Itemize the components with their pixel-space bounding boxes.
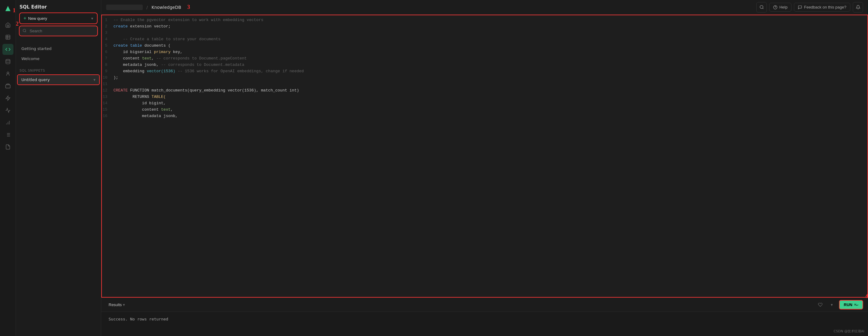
- line-content-13: RETURNS TABLE(: [114, 94, 863, 100]
- new-query-label: New query: [28, 16, 47, 21]
- line-num-7: 7: [101, 56, 114, 62]
- breadcrumb-pill: [106, 5, 143, 10]
- more-options-button[interactable]: ▾: [828, 300, 837, 309]
- line-num-1: 1: [101, 17, 114, 24]
- line-num-11: 11: [101, 81, 114, 88]
- code-line-2: 2 create extension vector;: [101, 24, 868, 30]
- code-line-11: 11: [101, 81, 868, 88]
- search-icon: [23, 29, 27, 34]
- line-num-8: 8: [101, 62, 114, 68]
- sidebar-icon-logs[interactable]: [2, 129, 13, 140]
- panel-title: SQL Editor: [20, 4, 46, 10]
- line-num-16: 16: [101, 113, 114, 120]
- search-container: 2: [20, 26, 97, 36]
- line-num-10: 10: [101, 75, 114, 81]
- svg-point-5: [6, 59, 10, 61]
- line-num-12: 12: [101, 88, 114, 94]
- red-label-3: 3: [187, 4, 190, 10]
- sidebar-icon-reports[interactable]: [2, 117, 13, 128]
- code-line-9: 9 embedding vector(1536) -- 1536 works f…: [101, 68, 868, 75]
- panel-header: SQL Editor: [16, 0, 101, 13]
- code-line-1: 1 -- Enable the pgvector extension to wo…: [101, 17, 868, 24]
- line-content-11: [114, 81, 863, 88]
- chevron-down-icon: ▾: [91, 16, 93, 21]
- welcome-item[interactable]: Welcome: [18, 54, 99, 63]
- search-button[interactable]: [756, 2, 767, 12]
- results-label: Results: [108, 302, 122, 307]
- red-label-2: 2: [16, 21, 19, 27]
- sidebar-icon-home[interactable]: [2, 20, 13, 30]
- sql-snippets-label: SQL snippets: [16, 64, 101, 74]
- line-content-8: metadata jsonb, -- corresponds to Docume…: [114, 62, 863, 68]
- code-line-14: 14 id bigint,: [101, 100, 868, 107]
- line-num-9: 9: [101, 68, 114, 75]
- line-content-14: id bigint,: [114, 100, 863, 107]
- sidebar-icon-realtime[interactable]: [2, 105, 13, 116]
- code-line-15: 15 content text,: [101, 107, 868, 113]
- results-button[interactable]: Results ▾: [106, 301, 127, 309]
- line-content-7: content text, -- corresponds to Document…: [114, 56, 863, 62]
- line-content-2: create extension vector;: [114, 24, 863, 30]
- line-content-10: );: [114, 75, 863, 81]
- line-num-2: 2: [101, 24, 114, 30]
- sidebar-icon-sql-editor[interactable]: [2, 44, 13, 55]
- sidebar-icon-table[interactable]: [2, 32, 13, 43]
- sidebar-icon-functions[interactable]: [2, 93, 13, 104]
- notifications-button[interactable]: [853, 2, 863, 12]
- getting-started-item[interactable]: Getting started: [18, 44, 99, 53]
- bottom-toolbar: Results ▾ ▾ 4 RUN ⌘↵: [101, 298, 868, 312]
- untitled-query-label: Untitled query: [21, 78, 50, 82]
- run-shortcut: ⌘↵: [854, 303, 858, 307]
- sidebar-icon-storage[interactable]: [2, 81, 13, 91]
- code-line-16: 16 metadata jsonb,: [101, 113, 868, 120]
- untitled-query-chevron: ▾: [93, 78, 95, 82]
- code-line-8: 8 metadata jsonb, -- corresponds to Docu…: [101, 62, 868, 68]
- line-num-4: 4: [101, 36, 114, 43]
- line-content-12: CREATE FUNCTION match_documents(query_em…: [114, 88, 863, 94]
- line-num-14: 14: [101, 100, 114, 107]
- results-chevron-icon: ▾: [123, 302, 125, 307]
- line-content-6: id bigserial primary key,: [114, 49, 863, 56]
- code-line-4: 4 -- Create a table to store your docume…: [101, 36, 868, 43]
- svg-rect-1: [6, 35, 10, 39]
- help-button[interactable]: Help: [769, 3, 792, 11]
- code-line-5: 5 create table documents (: [101, 43, 868, 49]
- line-num-6: 6: [101, 49, 114, 56]
- editor-area: 1 -- Enable the pgvector extension to wo…: [101, 14, 868, 336]
- watermark: CSDN @技术狂潮AI: [834, 329, 864, 334]
- feedback-button[interactable]: Feedback on this page?: [794, 3, 850, 11]
- line-num-3: 3: [101, 30, 114, 36]
- sidebar-icon-auth[interactable]: [2, 68, 13, 79]
- line-content-4: -- Create a table to store your document…: [114, 36, 863, 43]
- svg-point-17: [23, 29, 26, 32]
- line-content-1: -- Enable the pgvector extension to work…: [114, 17, 863, 24]
- svg-point-6: [7, 72, 9, 74]
- line-num-5: 5: [101, 43, 114, 49]
- top-bar-actions: Help Feedback on this page?: [756, 2, 863, 12]
- code-editor[interactable]: 1 -- Enable the pgvector extension to wo…: [101, 14, 868, 298]
- sidebar-icon-database[interactable]: [2, 56, 13, 67]
- top-bar: / KnowledgeDB 3 Help Feedback on this pa…: [101, 0, 868, 14]
- line-content-5: create table documents (: [114, 43, 863, 49]
- line-content-9: embedding vector(1536) -- 1536 works for…: [114, 68, 863, 75]
- code-line-12: 12 CREATE FUNCTION match_documents(query…: [101, 88, 868, 94]
- svg-line-20: [763, 8, 764, 9]
- code-line-13: 13 RETURNS TABLE(: [101, 94, 868, 100]
- run-button[interactable]: RUN ⌘↵: [839, 300, 863, 309]
- untitled-query-item[interactable]: Untitled query ▾: [18, 75, 99, 85]
- favorite-button[interactable]: [816, 300, 825, 309]
- app-logo: [3, 4, 13, 13]
- code-line-10: 10 );: [101, 75, 868, 81]
- getting-started-section: [16, 39, 101, 43]
- sidebar-icon-docs[interactable]: [2, 142, 13, 152]
- icon-sidebar: [0, 0, 16, 336]
- new-query-button[interactable]: + New query ▾: [20, 13, 97, 24]
- results-panel: Success. No rows returned: [101, 312, 868, 336]
- svg-marker-0: [5, 6, 10, 11]
- line-content-15: content text,: [114, 107, 863, 113]
- left-panel: SQL Editor 1 + New query ▾ 2 Getting sta…: [16, 0, 101, 336]
- red-label-1: 1: [13, 7, 16, 14]
- search-input[interactable]: [20, 26, 97, 36]
- run-button-container: 4 RUN ⌘↵: [839, 300, 863, 309]
- svg-line-18: [25, 31, 26, 32]
